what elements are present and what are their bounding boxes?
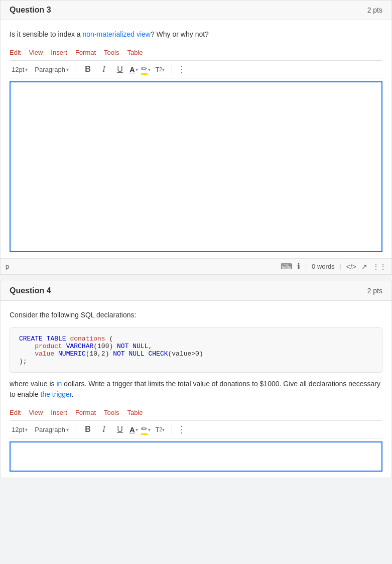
q3-info-icon[interactable]: ℹ (297, 262, 300, 271)
q3-menu-insert[interactable]: Insert (51, 49, 67, 56)
q4-code-block: CREATE TABLE donations ( product VARCHAR… (10, 327, 382, 373)
q4-font-color-a: A (129, 425, 135, 434)
q4-superscript-btn[interactable]: T2 ▾ (154, 423, 167, 436)
q4-italic-btn[interactable]: I (97, 423, 110, 436)
q3-italic-btn[interactable]: I (97, 63, 110, 76)
question-3-points: 2 pts (367, 6, 382, 14)
q4-font-size-chevron: ▾ (25, 427, 28, 432)
q3-dots-btn[interactable]: ⋮⋮ (372, 263, 386, 271)
q4-font-size[interactable]: 12pt ▾ (10, 425, 30, 434)
q3-more-btn[interactable]: ⋮ (177, 64, 186, 75)
q3-expand-btn[interactable]: ↗ (361, 263, 367, 271)
q3-text-highlight: non-materialized view (83, 30, 151, 38)
question-3-header: Question 3 2 pts (1, 1, 391, 20)
q3-bold-btn[interactable]: B (81, 63, 94, 76)
q3-highlight-color-group[interactable]: ✏ ▾ (141, 64, 151, 75)
question-4-text-after: where value is in dollars. Write a trigg… (10, 379, 382, 400)
q3-menu-edit[interactable]: Edit (10, 49, 21, 56)
q4-menu-table[interactable]: Table (127, 409, 143, 416)
q4-highlight-chevron: ▾ (148, 427, 151, 432)
question-4-block: Question 4 2 pts Consider the following … (0, 281, 392, 478)
q4-text-after-1: where value is (10, 380, 56, 388)
q4-toolbar-menu: Edit View Insert Format Tools Table (10, 407, 382, 418)
q3-menu-tools[interactable]: Tools (104, 49, 119, 56)
question-4-points: 2 pts (367, 287, 382, 295)
q3-code-view-btn[interactable]: </> (346, 263, 356, 271)
q3-underline-btn[interactable]: U (113, 63, 126, 76)
q3-font-size[interactable]: 12pt ▾ (10, 65, 30, 74)
question-4-title: Question 4 (10, 286, 51, 295)
q4-separator-2 (172, 424, 172, 434)
q3-superscript-btn[interactable]: T2 ▾ (154, 63, 167, 76)
q3-font-color-group[interactable]: A ▾ (129, 65, 138, 74)
q4-code-line-2: product VARCHAR(100) NOT NULL, (19, 343, 373, 350)
q4-menu-view[interactable]: View (29, 409, 43, 416)
q3-keyboard-icon[interactable]: ⌨ (281, 262, 292, 271)
q3-format-toolbar: 12pt ▾ Paragraph ▾ B I U A ▾ ✏ ▾ T2 ▾ (10, 60, 382, 78)
q3-highlight-chevron: ▾ (148, 67, 151, 72)
q3-highlight-icon: ✏ (141, 64, 148, 75)
q3-separator-pipe: | (305, 263, 307, 270)
question-3-text: Is it sensible to index a non-materializ… (10, 29, 382, 40)
q4-menu-edit[interactable]: Edit (10, 409, 21, 416)
q4-menu-format[interactable]: Format (75, 409, 96, 416)
q4-text-trigger: the trigger (41, 390, 72, 398)
q4-underline-btn[interactable]: U (113, 423, 126, 436)
q3-super-chevron: ▾ (162, 67, 165, 72)
q3-menu-table[interactable]: Table (127, 49, 143, 56)
question-4-body: Consider the following SQL declarations:… (1, 301, 391, 478)
q3-separator-pipe2: | (340, 263, 341, 270)
q4-code-line-3: value NUMERIC(10,2) NOT NULL CHECK(value… (19, 350, 373, 358)
q4-code-line-4: ); (19, 358, 373, 365)
q4-text-in: in (56, 380, 62, 388)
q3-paragraph-chevron: ▾ (66, 67, 69, 72)
q4-highlight-icon: ✏ (141, 424, 148, 435)
q4-text-before: Consider the following SQL declarations: (10, 311, 136, 319)
q3-text-2: ? Why or why not? (151, 30, 209, 38)
q3-separator-1 (76, 64, 76, 74)
q4-menu-insert[interactable]: Insert (51, 409, 67, 416)
q4-font-color-chevron: ▾ (136, 427, 138, 432)
q3-text-1: Is it sensible to index a (10, 30, 83, 38)
q3-separator-2 (172, 64, 172, 74)
q4-code-line-1: CREATE TABLE donations ( (19, 335, 373, 343)
q3-paragraph[interactable]: Paragraph ▾ (33, 65, 71, 74)
q4-more-btn[interactable]: ⋮ (177, 424, 186, 435)
question-4-header: Question 4 2 pts (1, 281, 391, 301)
q3-status-right: ⌨ ℹ | 0 words | </> ↗ ⋮⋮ (281, 262, 386, 271)
question-3-body: Is it sensible to index a non-materializ… (1, 20, 391, 258)
q4-menu-tools[interactable]: Tools (104, 409, 119, 416)
q4-paragraph[interactable]: Paragraph ▾ (33, 425, 71, 434)
q3-element-indicator: p (6, 263, 9, 270)
q3-font-color-chevron: ▾ (136, 67, 138, 72)
q3-menu-view[interactable]: View (29, 49, 43, 56)
q4-bold-btn[interactable]: B (81, 423, 94, 436)
q4-editor[interactable] (10, 441, 382, 472)
question-4-text-before: Consider the following SQL declarations: (10, 310, 382, 320)
q4-text-after-3: . (72, 390, 74, 398)
q3-editor[interactable] (10, 81, 382, 252)
q3-menu-format[interactable]: Format (75, 49, 96, 56)
q4-highlight-color-group[interactable]: ✏ ▾ (141, 424, 151, 435)
q4-super-chevron: ▾ (162, 427, 165, 432)
q3-toolbar-menu: Edit View Insert Format Tools Table (10, 47, 382, 58)
q4-format-toolbar: 12pt ▾ Paragraph ▾ B I U A ▾ ✏ ▾ T2 ▾ (10, 420, 382, 438)
q4-paragraph-chevron: ▾ (66, 427, 69, 432)
q3-word-count: 0 words (312, 263, 335, 270)
question-3-title: Question 3 (10, 6, 51, 15)
q3-status-bar: p ⌨ ℹ | 0 words | </> ↗ ⋮⋮ (1, 258, 391, 274)
q3-font-size-chevron: ▾ (25, 67, 28, 72)
q4-separator-1 (76, 424, 76, 434)
q4-font-color-group[interactable]: A ▾ (129, 425, 138, 434)
q3-font-color-a: A (129, 65, 135, 74)
question-3-block: Question 3 2 pts Is it sensible to index… (0, 0, 392, 275)
